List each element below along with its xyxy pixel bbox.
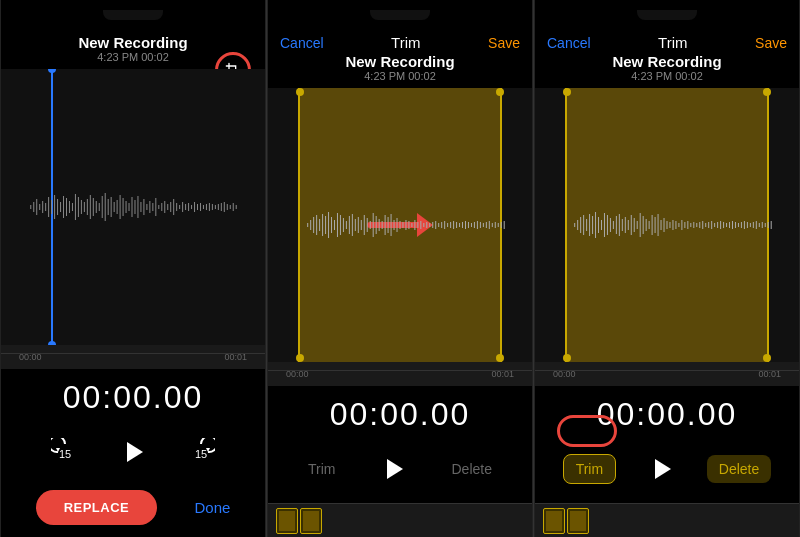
notch-bar [1, 0, 265, 30]
play-button-2[interactable] [371, 447, 415, 491]
recording-title-3: New Recording [547, 53, 787, 70]
panel-1: New Recording 4:23 PM 00:02 [0, 0, 266, 537]
delete-button-3[interactable]: Delete [707, 455, 771, 483]
recording-title-2: New Recording [280, 53, 520, 70]
timeline-bar-2: 00:00 00:01 [268, 362, 532, 386]
play-button-1[interactable] [111, 430, 155, 474]
filmstrip-inner-2 [276, 508, 322, 534]
film-frame-1 [276, 508, 298, 534]
recording-subtitle-2: 4:23 PM 00:02 [280, 70, 520, 82]
save-button-2[interactable]: Save [488, 35, 520, 51]
skip-back-icon: 15 [51, 438, 79, 466]
notch [103, 10, 163, 20]
notch-3 [637, 10, 697, 20]
handle-dot-tr [496, 88, 504, 96]
done-button[interactable]: Done [195, 499, 231, 516]
cancel-button-2[interactable]: Cancel [280, 35, 324, 51]
play-icon-1 [127, 442, 143, 462]
save-button-3[interactable]: Save [755, 35, 787, 51]
waveform-svg-1 [1, 177, 265, 237]
play-icon-2 [387, 459, 403, 479]
waveform-svg-2 [268, 195, 532, 255]
panel-3: Cancel Trim Save New Recording 4:23 PM 0… [534, 0, 800, 537]
skip-forward-icon: 15 [187, 438, 215, 466]
handle-dot-br [496, 354, 504, 362]
svg-text:15: 15 [59, 448, 71, 460]
trim-button-3[interactable]: Trim [563, 454, 616, 484]
playhead-top-dot [48, 69, 56, 73]
timer-display-2: 00:00.00 [268, 386, 532, 439]
delete-button-2[interactable]: Delete [440, 455, 504, 483]
play-button-3[interactable] [639, 447, 683, 491]
skip-back-button-1[interactable]: 15 [47, 434, 83, 470]
timeline-bar-3: 00:00 00:01 [535, 362, 799, 386]
replace-button[interactable]: REPLACE [36, 490, 158, 525]
timeline-line-2 [268, 370, 532, 371]
timeline-line-1 [1, 353, 265, 354]
header-nav-3: Cancel Trim Save [547, 34, 787, 51]
panel-2: Cancel Trim Save New Recording 4:23 PM 0… [267, 0, 533, 537]
filmstrip-3 [535, 503, 799, 537]
timeline-line-3 [535, 370, 799, 371]
waveform-area-1 [1, 69, 265, 345]
action-row-1: REPLACE Done [1, 482, 265, 537]
timeline-bar-1: 00:00 00:01 [1, 345, 265, 369]
handle-dot-br-3 [763, 354, 771, 362]
trim-highlight-circle [557, 415, 617, 447]
filmstrip-inner-3 [543, 508, 589, 534]
handle-dot-tl [296, 88, 304, 96]
trim-delete-row-2: Trim Delete [268, 439, 532, 503]
film-frame-3 [543, 508, 565, 534]
notch-bar-3 [535, 0, 799, 30]
timer-display-1: 00:00.00 [1, 369, 265, 422]
nav-title-2: Trim [391, 34, 420, 51]
film-frame-4 [567, 508, 589, 534]
handle-dot-tr-3 [763, 88, 771, 96]
header-3: Cancel Trim Save New Recording 4:23 PM 0… [535, 30, 799, 88]
waveform-area-2 [268, 88, 532, 362]
header-2: Cancel Trim Save New Recording 4:23 PM 0… [268, 30, 532, 88]
recording-title-1: New Recording [13, 34, 253, 51]
trim-button-2[interactable]: Trim [296, 455, 347, 483]
waveform-svg-3 [535, 195, 799, 255]
handle-dot-tl-3 [563, 88, 571, 96]
nav-title-3: Trim [658, 34, 687, 51]
header-nav-2: Cancel Trim Save [280, 34, 520, 51]
waveform-area-3 [535, 88, 799, 362]
cancel-button-3[interactable]: Cancel [547, 35, 591, 51]
trim-delete-container-3: Trim Delete [535, 439, 799, 503]
timer-text-2: 00:00.00 [268, 396, 532, 433]
recording-subtitle-3: 4:23 PM 00:02 [547, 70, 787, 82]
timer-text-1: 00:00.00 [1, 379, 265, 416]
trim-delete-row-3: Trim Delete [535, 439, 799, 503]
filmstrip-2 [268, 503, 532, 537]
skip-forward-button-1[interactable]: 15 [183, 434, 219, 470]
notch-bar-2 [268, 0, 532, 30]
handle-dot-bl [296, 354, 304, 362]
play-icon-3 [655, 459, 671, 479]
notch-2 [370, 10, 430, 20]
svg-text:15: 15 [195, 448, 207, 460]
film-frame-2 [300, 508, 322, 534]
controls-1: 15 15 [1, 422, 265, 482]
handle-dot-bl-3 [563, 354, 571, 362]
